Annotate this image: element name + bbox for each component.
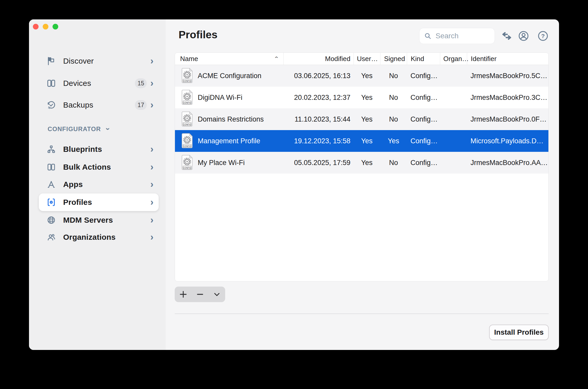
search-box [419,28,495,44]
chevron-right-icon: › [150,215,153,225]
sidebar-item-label: MDM Servers [63,216,113,225]
table-row-selected[interactable]: Management Profile 19.12.2023, 15:58 Yes… [175,130,548,152]
sidebar-item-mdm-servers[interactable]: MDM Servers › [39,211,159,229]
more-actions-button[interactable] [208,287,225,302]
chevron-right-icon: › [150,56,153,66]
column-header-organization[interactable]: Organ… [440,53,467,65]
column-header-name[interactable]: Name ⌃ [175,53,283,65]
two-devices-icon [46,162,56,172]
org-chart-icon [46,144,56,154]
column-header-user[interactable]: User… [354,53,380,65]
column-header-signed[interactable]: Signed [380,53,407,65]
sidebar: Discover › Devices 15 › Backups 17 › CON… [29,19,166,350]
help-icon[interactable]: ? [537,30,549,42]
backup-sync-icon [46,100,56,110]
sidebar-item-discover[interactable]: Discover › [39,52,159,70]
chevron-right-icon: › [150,162,153,172]
table-header: Name ⌃ Modified User… Signed Kind Organ…… [175,53,548,65]
list-edit-toolbar [175,287,225,302]
app-store-icon [46,179,56,190]
install-profiles-button[interactable]: Install Profiles [489,325,549,340]
page-title: Profiles [179,29,217,41]
section-label: CONFIGURATOR [48,125,101,133]
configurator-section-header[interactable]: CONFIGURATOR › [48,124,109,134]
minimize-button[interactable] [43,24,48,29]
profile-gear-icon [46,197,56,207]
minus-icon [196,290,204,299]
chevron-right-icon: › [150,233,153,242]
remove-profile-button[interactable] [192,287,208,302]
sidebar-item-blueprints[interactable]: Blueprints › [39,140,159,158]
devices-icon [46,78,56,88]
people-icon [46,232,56,242]
column-header-modified[interactable]: Modified [283,53,354,65]
column-header-kind[interactable]: Kind [407,53,440,65]
sidebar-item-label: Backups [63,101,93,109]
sidebar-item-backups[interactable]: Backups 17 › [39,96,159,114]
chevron-down-icon: › [104,128,112,131]
sidebar-item-devices[interactable]: Devices 15 › [39,74,159,92]
sidebar-item-organizations[interactable]: Organizations › [39,228,159,246]
sidebar-item-apps[interactable]: Apps › [39,176,159,193]
devices-count-badge: 15 [135,78,147,88]
chevron-right-icon: › [150,79,153,88]
chevron-right-icon: › [150,198,153,207]
table-row[interactable]: My Place Wi-Fi 05.05.2025, 17:59 Yes No … [175,152,548,174]
globe-icon [46,215,56,225]
app-window: Discover › Devices 15 › Backups 17 › CON… [29,19,559,350]
zoom-button[interactable] [53,24,58,29]
table-row[interactable]: ACME Configuration 03.06.2025, 16:13 Yes… [175,65,548,87]
sidebar-item-label: Bulk Actions [63,163,111,171]
sort-ascending-icon: ⌃ [274,56,279,62]
add-profile-button[interactable] [175,287,192,302]
config-profile-icon [181,133,193,149]
chevron-right-icon: › [150,180,153,189]
chevron-right-icon: › [150,145,153,154]
plus-icon [179,290,188,299]
sidebar-item-bulk-actions[interactable]: Bulk Actions › [39,158,159,176]
flag-icon [46,56,56,66]
transfer-arrows-icon[interactable] [501,30,513,42]
column-header-identifier[interactable]: Identifier [467,53,548,65]
footer-divider [175,313,549,314]
sidebar-item-label: Apps [63,180,83,189]
config-profile-icon [181,155,193,171]
sidebar-item-label: Blueprints [63,145,102,154]
table-row[interactable]: DigiDNA Wi-Fi 20.02.2023, 12:37 Yes No C… [175,87,548,108]
backups-count-badge: 17 [135,100,147,110]
sidebar-item-label: Discover [63,57,94,65]
account-icon[interactable] [518,30,530,42]
search-icon [424,32,432,40]
sidebar-item-label: Devices [63,79,91,88]
sidebar-item-label: Profiles [63,198,92,207]
sidebar-item-label: Organizations [63,233,116,242]
close-button[interactable] [33,24,39,29]
config-profile-icon [181,111,193,127]
search-input[interactable] [436,32,490,40]
config-profile-icon [181,89,193,106]
svg-text:?: ? [541,33,545,39]
chevron-right-icon: › [150,100,153,110]
chevron-down-icon [212,290,221,299]
sidebar-item-profiles[interactable]: Profiles › [39,193,159,211]
window-controls [33,24,58,29]
profiles-table: Name ⌃ Modified User… Signed Kind Organ…… [175,53,549,281]
config-profile-icon [181,68,193,84]
table-row[interactable]: Domains Restrictions 11.10.2023, 15:44 Y… [175,108,548,130]
